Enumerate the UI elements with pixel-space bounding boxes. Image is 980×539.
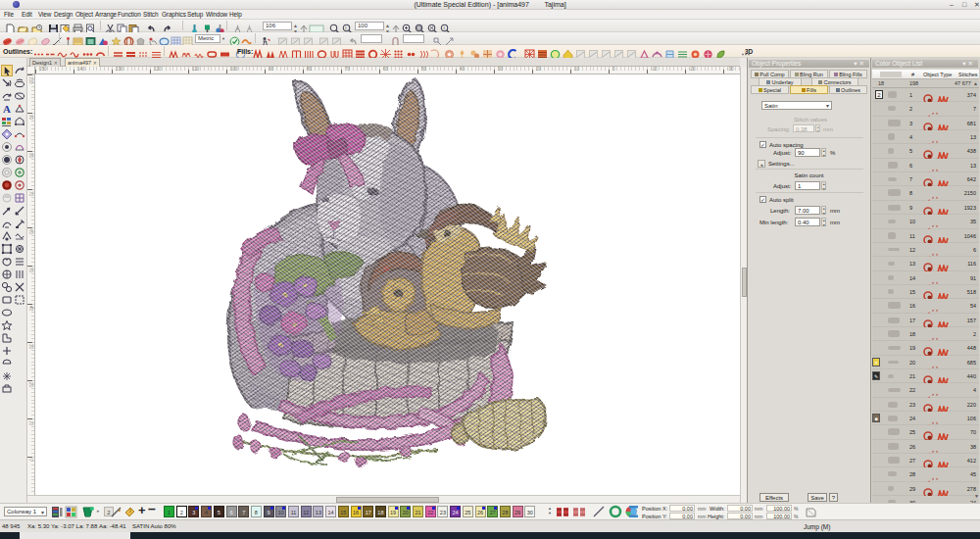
svg-text:1: 1 xyxy=(345,25,348,30)
svg-text:A: A xyxy=(3,103,11,115)
svg-text:1: 1 xyxy=(443,25,446,30)
